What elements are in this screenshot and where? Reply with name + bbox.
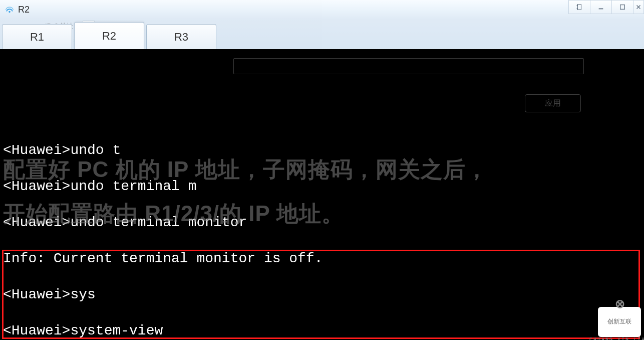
terminal-output[interactable]: 应用 配置好 PC 机的 IP 地址，子网掩码，网关之后， 开始配置路由 R1/… [0, 49, 644, 340]
tab-r2[interactable]: R2 [74, 22, 144, 49]
terminal-line: <Huawei>undo t [3, 141, 641, 159]
ghost-apply-button: 应用 [525, 94, 581, 112]
minimize-button[interactable] [590, 0, 612, 14]
tab-r3[interactable]: R3 [146, 24, 216, 49]
terminal-line: <Huawei>sys [3, 286, 641, 304]
tab-label: R3 [174, 31, 188, 44]
window-titlebar: R2 [0, 0, 644, 19]
terminal-line: <Huawei>undo terminal m [3, 178, 641, 196]
svg-rect-1 [599, 9, 603, 10]
watermark-sub: CHUANG XIN LIAN [589, 331, 644, 340]
terminal-line: <Huawei>undo terminal monitor [3, 214, 641, 232]
terminal-line: <Huawei>system-view [3, 322, 641, 340]
terminal-line: Info: Current terminal monitor is off. [3, 250, 641, 268]
watermark-logo: ⊗ 创新互联 CHUANG XIN LIAN [598, 307, 641, 337]
tabs-bar: IPv6 地址： 前缀长度： 128 R1 R2 R3 [0, 19, 644, 49]
ghost-input-box [233, 58, 584, 74]
tab-label: R2 [102, 30, 116, 43]
window-title: R2 [18, 5, 30, 15]
maximize-button[interactable] [611, 0, 633, 14]
watermark-icon: ⊗ [615, 295, 624, 313]
ghost-text-line1: 配置好 PC 机的 IP 地址，子网掩码，网关之后， [3, 160, 488, 179]
window-controls [569, 0, 644, 16]
watermark-brand: 创新互联 [607, 313, 631, 331]
tab-r1[interactable]: R1 [2, 24, 72, 49]
svg-point-0 [9, 11, 11, 13]
app-icon [4, 4, 15, 15]
close-button[interactable] [633, 0, 644, 14]
svg-rect-2 [620, 5, 625, 10]
window-extra-button[interactable] [568, 0, 590, 14]
tab-label: R1 [30, 31, 44, 44]
